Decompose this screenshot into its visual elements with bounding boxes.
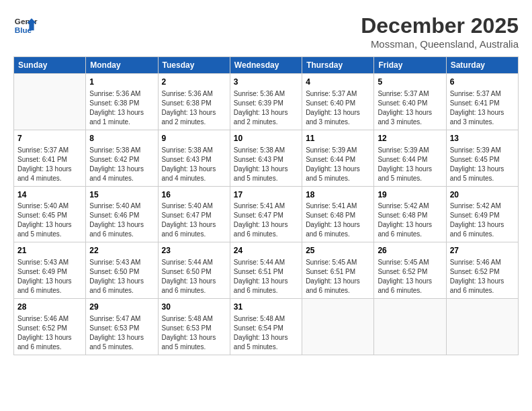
calendar-cell: 27Sunrise: 5:46 AM Sunset: 6:52 PM Dayli…: [446, 242, 518, 299]
calendar-cell: 19Sunrise: 5:42 AM Sunset: 6:48 PM Dayli…: [374, 186, 446, 242]
day-number: 17: [234, 189, 298, 201]
calendar-cell: 15Sunrise: 5:40 AM Sunset: 6:46 PM Dayli…: [86, 186, 158, 242]
calendar-cell: 7Sunrise: 5:37 AM Sunset: 6:41 PM Daylig…: [14, 130, 86, 186]
day-number: 25: [306, 245, 370, 257]
calendar-cell: 10Sunrise: 5:38 AM Sunset: 6:43 PM Dayli…: [230, 130, 302, 186]
calendar-week-row: 28Sunrise: 5:46 AM Sunset: 6:52 PM Dayli…: [14, 299, 519, 355]
calendar-cell: 16Sunrise: 5:40 AM Sunset: 6:47 PM Dayli…: [158, 186, 230, 242]
calendar-cell: 31Sunrise: 5:48 AM Sunset: 6:54 PM Dayli…: [230, 299, 302, 355]
weekday-header: Sunday: [14, 57, 86, 74]
cell-detail-text: Sunrise: 5:36 AM Sunset: 6:38 PM Dayligh…: [162, 89, 226, 127]
day-number: 3: [234, 77, 298, 88]
cell-detail-text: Sunrise: 5:43 AM Sunset: 6:50 PM Dayligh…: [89, 258, 154, 295]
calendar-cell: 21Sunrise: 5:43 AM Sunset: 6:49 PM Dayli…: [14, 242, 86, 299]
calendar-cell: 8Sunrise: 5:38 AM Sunset: 6:42 PM Daylig…: [86, 130, 158, 186]
calendar-cell: 28Sunrise: 5:46 AM Sunset: 6:52 PM Dayli…: [14, 299, 86, 355]
cell-detail-text: Sunrise: 5:44 AM Sunset: 6:51 PM Dayligh…: [234, 258, 298, 295]
calendar-cell: 1Sunrise: 5:36 AM Sunset: 6:38 PM Daylig…: [86, 74, 158, 130]
day-number: 4: [306, 77, 370, 88]
calendar-cell: 11Sunrise: 5:39 AM Sunset: 6:44 PM Dayli…: [302, 130, 374, 186]
day-number: 31: [234, 302, 298, 313]
cell-detail-text: Sunrise: 5:36 AM Sunset: 6:38 PM Dayligh…: [89, 89, 154, 127]
calendar-cell: 5Sunrise: 5:37 AM Sunset: 6:40 PM Daylig…: [374, 74, 446, 130]
calendar-cell: 30Sunrise: 5:48 AM Sunset: 6:53 PM Dayli…: [158, 299, 230, 355]
day-number: 5: [378, 77, 442, 88]
logo: General Blue: [13, 13, 40, 38]
calendar-cell: 20Sunrise: 5:42 AM Sunset: 6:49 PM Dayli…: [446, 186, 518, 242]
day-number: 8: [89, 133, 154, 144]
calendar-week-row: 21Sunrise: 5:43 AM Sunset: 6:49 PM Dayli…: [14, 242, 519, 299]
day-number: 13: [450, 133, 515, 144]
cell-detail-text: Sunrise: 5:43 AM Sunset: 6:49 PM Dayligh…: [17, 258, 82, 295]
calendar-cell: 2Sunrise: 5:36 AM Sunset: 6:38 PM Daylig…: [158, 74, 230, 130]
cell-detail-text: Sunrise: 5:47 AM Sunset: 6:53 PM Dayligh…: [89, 314, 154, 352]
title-area: December 2025 Mossman, Queensland, Austr…: [361, 13, 519, 50]
day-number: 9: [162, 133, 226, 144]
calendar-cell: 14Sunrise: 5:40 AM Sunset: 6:45 PM Dayli…: [14, 186, 86, 242]
cell-detail-text: Sunrise: 5:46 AM Sunset: 6:52 PM Dayligh…: [450, 258, 515, 295]
weekday-header: Monday: [86, 57, 158, 74]
calendar-cell: 4Sunrise: 5:37 AM Sunset: 6:40 PM Daylig…: [302, 74, 374, 130]
day-number: 11: [306, 133, 370, 144]
cell-detail-text: Sunrise: 5:39 AM Sunset: 6:45 PM Dayligh…: [450, 146, 515, 183]
cell-detail-text: Sunrise: 5:38 AM Sunset: 6:43 PM Dayligh…: [234, 146, 298, 183]
weekday-header: Tuesday: [158, 57, 230, 74]
day-number: 23: [162, 245, 226, 257]
calendar-table: SundayMondayTuesdayWednesdayThursdayFrid…: [13, 56, 519, 355]
cell-detail-text: Sunrise: 5:40 AM Sunset: 6:45 PM Dayligh…: [17, 201, 82, 239]
cell-detail-text: Sunrise: 5:42 AM Sunset: 6:49 PM Dayligh…: [450, 201, 515, 239]
calendar-cell: [14, 74, 86, 130]
cell-detail-text: Sunrise: 5:36 AM Sunset: 6:39 PM Dayligh…: [234, 89, 298, 127]
cell-detail-text: Sunrise: 5:39 AM Sunset: 6:44 PM Dayligh…: [306, 146, 370, 183]
day-number: 27: [450, 245, 515, 257]
day-number: 6: [450, 77, 515, 88]
cell-detail-text: Sunrise: 5:38 AM Sunset: 6:43 PM Dayligh…: [162, 146, 226, 183]
day-number: 14: [17, 189, 82, 201]
calendar-week-row: 14Sunrise: 5:40 AM Sunset: 6:45 PM Dayli…: [14, 186, 519, 242]
calendar-cell: 6Sunrise: 5:37 AM Sunset: 6:41 PM Daylig…: [446, 74, 518, 130]
day-number: 1: [89, 77, 154, 88]
cell-detail-text: Sunrise: 5:45 AM Sunset: 6:51 PM Dayligh…: [306, 258, 370, 295]
calendar-cell: [374, 299, 446, 355]
calendar-cell: [446, 299, 518, 355]
calendar-week-row: 1Sunrise: 5:36 AM Sunset: 6:38 PM Daylig…: [14, 74, 519, 130]
calendar-cell: 13Sunrise: 5:39 AM Sunset: 6:45 PM Dayli…: [446, 130, 518, 186]
calendar-week-row: 7Sunrise: 5:37 AM Sunset: 6:41 PM Daylig…: [14, 130, 519, 186]
cell-detail-text: Sunrise: 5:45 AM Sunset: 6:52 PM Dayligh…: [378, 258, 442, 295]
cell-detail-text: Sunrise: 5:37 AM Sunset: 6:40 PM Dayligh…: [378, 89, 442, 127]
cell-detail-text: Sunrise: 5:40 AM Sunset: 6:46 PM Dayligh…: [89, 201, 154, 239]
weekday-header: Wednesday: [230, 57, 302, 74]
day-number: 30: [162, 302, 226, 313]
day-number: 24: [234, 245, 298, 257]
day-number: 10: [234, 133, 298, 144]
cell-detail-text: Sunrise: 5:37 AM Sunset: 6:41 PM Dayligh…: [450, 89, 515, 127]
cell-detail-text: Sunrise: 5:42 AM Sunset: 6:48 PM Dayligh…: [378, 201, 442, 239]
day-number: 20: [450, 189, 515, 201]
calendar-cell: 3Sunrise: 5:36 AM Sunset: 6:39 PM Daylig…: [230, 74, 302, 130]
cell-detail-text: Sunrise: 5:48 AM Sunset: 6:53 PM Dayligh…: [162, 314, 226, 352]
day-number: 28: [17, 302, 82, 313]
cell-detail-text: Sunrise: 5:38 AM Sunset: 6:42 PM Dayligh…: [89, 146, 154, 183]
day-number: 22: [89, 245, 154, 257]
calendar-cell: 25Sunrise: 5:45 AM Sunset: 6:51 PM Dayli…: [302, 242, 374, 299]
cell-detail-text: Sunrise: 5:41 AM Sunset: 6:48 PM Dayligh…: [306, 201, 370, 239]
cell-detail-text: Sunrise: 5:39 AM Sunset: 6:44 PM Dayligh…: [378, 146, 442, 183]
page-header: General Blue December 2025 Mossman, Quee…: [13, 13, 519, 50]
day-number: 29: [89, 302, 154, 313]
weekday-header-row: SundayMondayTuesdayWednesdayThursdayFrid…: [14, 57, 519, 74]
month-title: December 2025: [361, 13, 519, 38]
weekday-header: Saturday: [446, 57, 518, 74]
calendar-cell: 22Sunrise: 5:43 AM Sunset: 6:50 PM Dayli…: [86, 242, 158, 299]
day-number: 15: [89, 189, 154, 201]
weekday-header: Thursday: [302, 57, 374, 74]
logo-icon: General Blue: [13, 13, 38, 38]
day-number: 21: [17, 245, 82, 257]
cell-detail-text: Sunrise: 5:37 AM Sunset: 6:41 PM Dayligh…: [17, 146, 82, 183]
cell-detail-text: Sunrise: 5:37 AM Sunset: 6:40 PM Dayligh…: [306, 89, 370, 127]
calendar-cell: 12Sunrise: 5:39 AM Sunset: 6:44 PM Dayli…: [374, 130, 446, 186]
calendar-cell: 24Sunrise: 5:44 AM Sunset: 6:51 PM Dayli…: [230, 242, 302, 299]
calendar-cell: 17Sunrise: 5:41 AM Sunset: 6:47 PM Dayli…: [230, 186, 302, 242]
calendar-cell: [302, 299, 374, 355]
calendar-cell: 9Sunrise: 5:38 AM Sunset: 6:43 PM Daylig…: [158, 130, 230, 186]
weekday-header: Friday: [374, 57, 446, 74]
